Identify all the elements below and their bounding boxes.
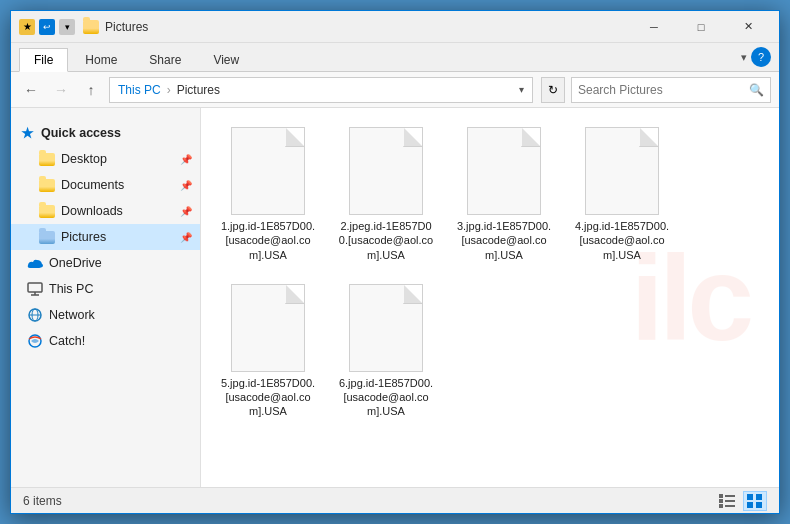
- close-button[interactable]: ✕: [725, 11, 771, 43]
- sidebar-pictures-label: Pictures: [61, 230, 106, 244]
- title-bar-title: Pictures: [83, 20, 631, 34]
- svg-rect-11: [719, 504, 723, 508]
- svg-rect-13: [747, 494, 753, 500]
- file-fold-f6: [404, 285, 422, 303]
- window-title: Pictures: [105, 20, 148, 34]
- documents-pin-icon: 📌: [180, 180, 192, 191]
- minimize-button[interactable]: ─: [631, 11, 677, 43]
- window-folder-icon: [83, 20, 99, 34]
- tab-home[interactable]: Home: [70, 48, 132, 71]
- thispc-icon: [27, 281, 43, 297]
- sidebar-network-label: Network: [49, 308, 95, 322]
- back-button[interactable]: ←: [19, 78, 43, 102]
- search-box[interactable]: 🔍: [571, 77, 771, 103]
- network-icon: [27, 307, 43, 323]
- svg-rect-8: [725, 495, 735, 497]
- file-item-f5[interactable]: 5.jpg.id-1E857D00.[usacode@aol.com].USA: [213, 277, 323, 426]
- maximize-button[interactable]: □: [678, 11, 724, 43]
- sidebar-item-network[interactable]: Network: [11, 302, 200, 328]
- file-fold-f2: [404, 128, 422, 146]
- file-name-f2: 2.jpeg.id-1E857D00.[usacode@aol.com].USA: [338, 219, 434, 262]
- ribbon: File Home Share View ▾ ?: [11, 43, 779, 72]
- file-thumbnail-f2: [349, 127, 423, 215]
- forward-button[interactable]: →: [49, 78, 73, 102]
- view-list-button[interactable]: [715, 491, 739, 511]
- svg-rect-10: [725, 500, 735, 502]
- title-bar: ★ ↩ ▾ Pictures ─ □ ✕: [11, 11, 779, 43]
- file-thumbnail-f4: [585, 127, 659, 215]
- quick-access-icon: ★: [19, 19, 35, 35]
- undo-icon: ↩: [39, 19, 55, 35]
- tab-share[interactable]: Share: [134, 48, 196, 71]
- sidebar-item-desktop[interactable]: Desktop 📌: [11, 146, 200, 172]
- downloads-folder-icon: [39, 203, 55, 219]
- view-icons-button[interactable]: [743, 491, 767, 511]
- file-name-f6: 6.jpg.id-1E857D00.[usacode@aol.com].USA: [338, 376, 434, 419]
- path-sep-1: ›: [167, 83, 171, 97]
- help-button[interactable]: ?: [751, 47, 771, 67]
- star-icon: ★: [19, 125, 35, 141]
- file-item-f4[interactable]: 4.jpg.id-1E857D00.[usacode@aol.com].USA: [567, 120, 677, 269]
- sidebar-item-catch[interactable]: Catch!: [11, 328, 200, 354]
- files-grid: 1.jpg.id-1E857D00.[usacode@aol.com].USA2…: [213, 120, 767, 426]
- file-fold-f3: [522, 128, 540, 146]
- file-item-f2[interactable]: 2.jpeg.id-1E857D00.[usacode@aol.com].USA: [331, 120, 441, 269]
- svg-rect-0: [28, 283, 42, 292]
- explorer-window: ★ ↩ ▾ Pictures ─ □ ✕ File Home Share Vie…: [10, 10, 780, 514]
- file-name-f1: 1.jpg.id-1E857D00.[usacode@aol.com].USA: [220, 219, 316, 262]
- address-bar: ← → ↑ This PC › Pictures ▾ ↻ 🔍: [11, 72, 779, 108]
- tab-view[interactable]: View: [198, 48, 254, 71]
- window-controls: ─ □ ✕: [631, 11, 771, 43]
- file-item-f3[interactable]: 3.jpg.id-1E857D00.[usacode@aol.com].USA: [449, 120, 559, 269]
- svg-rect-16: [756, 502, 762, 508]
- sidebar-item-onedrive[interactable]: OneDrive: [11, 250, 200, 276]
- sidebar-item-documents[interactable]: Documents 📌: [11, 172, 200, 198]
- file-name-f3: 3.jpg.id-1E857D00.[usacode@aol.com].USA: [456, 219, 552, 262]
- desktop-folder-icon: [39, 151, 55, 167]
- path-pictures: Pictures: [177, 83, 220, 97]
- file-thumbnail-f1: [231, 127, 305, 215]
- sidebar-quick-access: ★ Quick access: [11, 120, 200, 146]
- address-path[interactable]: This PC › Pictures ▾: [109, 77, 533, 103]
- pictures-folder-icon: [39, 229, 55, 245]
- downloads-pin-icon: 📌: [180, 206, 192, 217]
- status-right: [715, 491, 767, 511]
- refresh-button[interactable]: ↻: [541, 77, 565, 103]
- sidebar-thispc-label: This PC: [49, 282, 93, 296]
- svg-rect-9: [719, 499, 723, 503]
- sidebar-item-thispc[interactable]: This PC: [11, 276, 200, 302]
- file-thumbnail-f5: [231, 284, 305, 372]
- ribbon-tabs: File Home Share View ▾ ?: [11, 43, 779, 71]
- sidebar-item-downloads[interactable]: Downloads 📌: [11, 198, 200, 224]
- status-item-count: 6 items: [23, 494, 62, 508]
- quick-access-label: Quick access: [41, 126, 121, 140]
- dropdown-icon[interactable]: ▾: [59, 19, 75, 35]
- onedrive-icon: [27, 255, 43, 271]
- documents-folder-icon: [39, 177, 55, 193]
- svg-rect-14: [756, 494, 762, 500]
- file-item-f1[interactable]: 1.jpg.id-1E857D00.[usacode@aol.com].USA: [213, 120, 323, 269]
- path-dropdown-icon[interactable]: ▾: [519, 84, 524, 95]
- file-fold-f4: [640, 128, 658, 146]
- svg-rect-7: [719, 494, 723, 498]
- pictures-pin-icon: 📌: [180, 232, 192, 243]
- file-thumbnail-f3: [467, 127, 541, 215]
- sidebar-documents-label: Documents: [61, 178, 124, 192]
- sidebar-catch-label: Catch!: [49, 334, 85, 348]
- svg-rect-15: [747, 502, 753, 508]
- ribbon-expand-btn[interactable]: ▾: [741, 51, 747, 64]
- search-icon: 🔍: [749, 83, 764, 97]
- sidebar-downloads-label: Downloads: [61, 204, 123, 218]
- up-button[interactable]: ↑: [79, 78, 103, 102]
- sidebar-item-pictures[interactable]: Pictures 📌: [11, 224, 200, 250]
- file-name-f5: 5.jpg.id-1E857D00.[usacode@aol.com].USA: [220, 376, 316, 419]
- sidebar-onedrive-label: OneDrive: [49, 256, 102, 270]
- catch-icon: [27, 333, 43, 349]
- file-thumbnail-f6: [349, 284, 423, 372]
- tab-file[interactable]: File: [19, 48, 68, 72]
- sidebar-desktop-label: Desktop: [61, 152, 107, 166]
- status-bar: 6 items: [11, 487, 779, 513]
- file-area: ilc 1.jpg.id-1E857D00.[usacode@aol.com].…: [201, 108, 779, 487]
- file-item-f6[interactable]: 6.jpg.id-1E857D00.[usacode@aol.com].USA: [331, 277, 441, 426]
- search-input[interactable]: [578, 83, 745, 97]
